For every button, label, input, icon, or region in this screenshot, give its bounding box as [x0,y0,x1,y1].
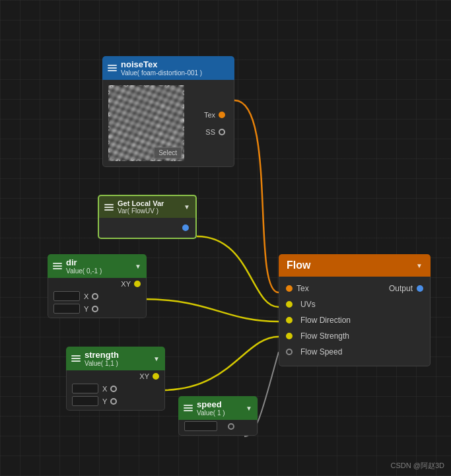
flow-output-row: Tex Output [279,281,430,296]
dir-menu-icon[interactable] [53,263,62,269]
flow-uvs-port: UVs [279,296,430,312]
dir-x-row: 0 X [48,290,146,302]
dir-header: dir Value( 0,-1 ) ▼ [48,254,147,278]
get-local-var-title: Get Local Var [118,199,164,207]
strength-x-input[interactable]: 1 [72,384,98,393]
speed-val-row: 1 [179,420,257,432]
speed-header: speed Value( 1 ) ▼ [178,396,258,420]
flow-header: Flow ▼ [279,254,431,277]
dir-body: XY 0 X -1 Y [48,278,147,318]
noise-tex-title: noiseTex [121,59,202,69]
get-local-var-subtitle: Var( FlowUV ) [118,207,164,215]
get-local-var-dropdown[interactable]: ▼ [184,203,190,211]
strength-body: XY 1 X 1 Y [66,370,165,411]
strength-xy-label: XY [139,372,149,380]
get-local-var-body [98,218,197,239]
dir-x-input[interactable]: 0 [53,291,80,301]
strength-x-dot[interactable] [110,386,117,392]
flow-strength-port: Flow Strength [279,328,430,344]
dir-y-label: Y [84,305,88,313]
tex-port-dot[interactable] [219,112,225,118]
flow-uvs-dot[interactable] [286,301,293,308]
dir-x-label: X [84,292,88,300]
flow-title: Flow [287,259,310,271]
speed-subtitle: Value( 1 ) [197,409,225,417]
ss-port-label: SS [205,128,215,136]
dir-y-row: -1 Y [48,302,146,315]
strength-x-label: X [102,385,107,393]
flow-speed-dot[interactable] [286,349,293,355]
speed-title: speed [197,399,225,409]
flow-direction-port: Flow Direction [279,312,430,328]
flow-output-label: Output [389,284,413,293]
flow-tex-dot[interactable] [286,285,293,292]
noise-tex-preview: Select [108,85,184,161]
dir-y-input[interactable]: -1 [53,304,80,314]
dir-x-dot[interactable] [92,293,98,300]
watermark: CSDN @阿赵3D [391,461,444,471]
ss-port-dot[interactable] [219,129,225,135]
speed-menu-icon[interactable] [184,405,193,411]
flow-node: Flow ▼ Tex Output UVs Flow Direction [279,254,431,366]
noise-ss-port: SS [190,126,230,138]
flow-uvs-label: UVs [300,300,316,309]
get-local-var-menu-icon[interactable] [104,204,114,211]
get-local-var-node: Get Local Var Var( FlowUV ) ▼ [98,195,197,239]
noise-select-button[interactable]: Select [154,147,182,158]
dir-dropdown[interactable]: ▼ [135,263,141,270]
strength-y-dot[interactable] [110,398,117,405]
strength-y-input[interactable]: 1 [72,396,98,406]
noise-tex-node: noiseTex Value( foam-distortion-001 ) Se… [102,56,234,167]
flow-tex-label: Tex [296,284,309,293]
strength-title: strength [85,350,119,360]
flow-speed-port: Flow Speed [279,344,430,362]
speed-node: speed Value( 1 ) ▼ 1 [178,396,258,436]
dir-node: dir Value( 0,-1 ) ▼ XY 0 X -1 Y [48,254,147,318]
dir-xy-dot[interactable] [134,281,141,287]
dir-y-dot[interactable] [92,306,98,312]
flow-strength-dot[interactable] [286,333,293,339]
get-local-var-output-dot[interactable] [182,224,189,231]
flow-direction-label: Flow Direction [300,316,351,325]
dir-xy-port: XY [48,278,146,290]
speed-output-dot[interactable] [228,423,234,430]
speed-dropdown[interactable]: ▼ [246,405,252,412]
dir-title: dir [66,257,102,267]
noise-tex-header: noiseTex Value( foam-distortion-001 ) [102,56,234,80]
strength-subtitle: Value( 1,1 ) [85,360,119,367]
flow-direction-dot[interactable] [286,317,293,323]
strength-menu-icon[interactable] [71,355,81,362]
get-local-var-header: Get Local Var Var( FlowUV ) ▼ [98,195,197,218]
strength-x-row: 1 X [67,382,164,395]
strength-dropdown[interactable]: ▼ [153,355,160,362]
speed-body: 1 [178,420,258,436]
tex-port-label: Tex [204,111,215,119]
flow-strength-label: Flow Strength [300,331,349,341]
noise-tex-subtitle: Value( foam-distortion-001 ) [121,69,202,77]
strength-node: strength Value( 1,1 ) ▼ XY 1 X 1 Y [66,347,165,411]
strength-y-label: Y [102,397,107,405]
flow-output-dot[interactable] [417,285,423,292]
dir-subtitle: Value( 0,-1 ) [66,267,102,275]
flow-body: Tex Output UVs Flow Direction Flow Stren… [279,277,431,366]
noise-tex-ports: Tex SS [190,80,234,166]
strength-xy-dot[interactable] [153,373,159,380]
strength-xy-port: XY [67,370,164,382]
noise-tex-menu-icon[interactable] [108,65,117,71]
dir-xy-label: XY [121,280,131,288]
speed-val-input[interactable]: 1 [184,421,217,431]
flow-dropdown[interactable]: ▼ [416,262,423,269]
strength-y-row: 1 Y [67,395,164,407]
strength-header: strength Value( 1,1 ) ▼ [66,347,165,370]
noise-tex-port: Tex [190,109,230,121]
flow-speed-label: Flow Speed [300,347,342,357]
